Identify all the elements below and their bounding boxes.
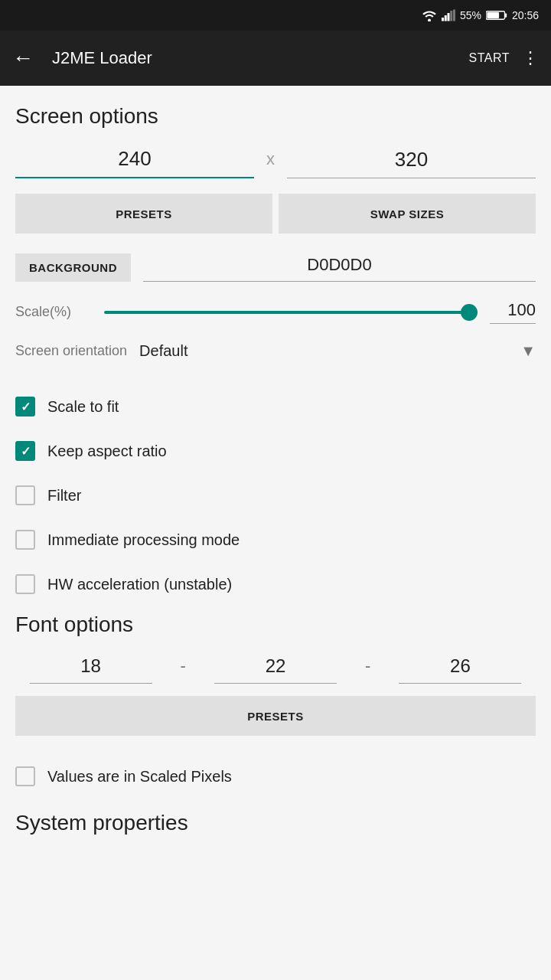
- size-buttons-row: PRESETS SWAP SIZES: [15, 194, 536, 234]
- svg-rect-2: [445, 15, 447, 21]
- scaled-pixels-checkbox[interactable]: [15, 766, 35, 786]
- svg-rect-7: [504, 13, 507, 17]
- font-size-small[interactable]: [30, 652, 152, 684]
- screen-options-title: Screen options: [15, 104, 536, 129]
- font-presets-row: PRESETS: [15, 696, 536, 736]
- status-bar: 55% 20:56: [0, 0, 551, 31]
- signal-icon: [442, 9, 455, 21]
- orientation-label: Screen orientation: [15, 343, 127, 359]
- size-separator: x: [266, 149, 275, 169]
- immediate-processing-checkbox[interactable]: [15, 530, 35, 550]
- font-presets-button[interactable]: PRESETS: [15, 696, 536, 736]
- swap-sizes-button[interactable]: SWAP SIZES: [279, 194, 536, 234]
- width-input-wrap: [15, 144, 254, 178]
- hw-acceleration-checkbox[interactable]: [15, 574, 35, 594]
- svg-point-0: [428, 18, 431, 21]
- scale-to-fit-label: Scale to fit: [47, 398, 119, 416]
- system-properties-section: System properties: [15, 811, 536, 835]
- immediate-processing-label: Immediate processing mode: [47, 531, 240, 549]
- orientation-select[interactable]: Default Portrait Landscape: [139, 342, 536, 360]
- scale-to-fit-item[interactable]: Scale to fit: [15, 384, 536, 429]
- status-icons: 55% 20:56: [422, 9, 539, 21]
- height-input[interactable]: [287, 145, 536, 178]
- back-button[interactable]: ←: [12, 46, 34, 70]
- page-title: J2ME Loader: [52, 48, 469, 68]
- scaled-pixels-item[interactable]: Values are in Scaled Pixels: [15, 754, 536, 799]
- font-dash-2: -: [365, 656, 370, 676]
- font-size-large[interactable]: [399, 652, 521, 684]
- background-row: BACKGROUND: [15, 252, 536, 282]
- width-input[interactable]: [15, 144, 254, 178]
- content-area: Screen options x PRESETS SWAP SIZES BACK…: [0, 86, 551, 863]
- top-bar: ← J2ME Loader START ⋮: [0, 31, 551, 86]
- keep-aspect-ratio-checkbox[interactable]: [15, 441, 35, 461]
- orientation-select-wrap[interactable]: Default Portrait Landscape ▼: [139, 342, 536, 360]
- filter-checkbox[interactable]: [15, 485, 35, 505]
- font-size-medium[interactable]: [214, 652, 337, 684]
- svg-rect-1: [442, 18, 444, 21]
- filter-item[interactable]: Filter: [15, 473, 536, 518]
- more-options-button[interactable]: ⋮: [522, 50, 539, 67]
- scale-to-fit-checkbox[interactable]: [15, 397, 35, 416]
- hw-acceleration-label: HW acceleration (unstable): [47, 576, 232, 593]
- hw-acceleration-item[interactable]: HW acceleration (unstable): [15, 562, 536, 606]
- background-button[interactable]: BACKGROUND: [15, 253, 131, 282]
- filter-label: Filter: [47, 487, 81, 505]
- svg-rect-5: [453, 10, 455, 21]
- immediate-processing-item[interactable]: Immediate processing mode: [15, 518, 536, 562]
- font-options-title: Font options: [15, 612, 536, 637]
- size-row: x: [15, 144, 536, 178]
- font-options-section: Font options - - PRESETS Values are in S…: [15, 612, 536, 799]
- start-button[interactable]: START: [469, 51, 510, 65]
- orientation-row: Screen orientation Default Portrait Land…: [15, 342, 536, 366]
- keep-aspect-ratio-label: Keep aspect ratio: [47, 443, 167, 460]
- presets-button[interactable]: PRESETS: [15, 194, 272, 234]
- time-display: 20:56: [512, 9, 539, 21]
- scale-value: 100: [490, 300, 536, 324]
- wifi-icon: [422, 9, 437, 21]
- system-properties-title: System properties: [15, 811, 536, 835]
- svg-rect-8: [487, 12, 499, 18]
- font-dash-1: -: [181, 656, 186, 676]
- background-color-input[interactable]: [143, 252, 536, 282]
- font-size-row: - -: [15, 652, 536, 684]
- svg-rect-3: [447, 13, 449, 21]
- scale-slider[interactable]: [104, 311, 478, 314]
- battery-percent: 55%: [460, 9, 481, 21]
- scale-label: Scale(%): [15, 304, 92, 320]
- svg-rect-4: [450, 11, 452, 21]
- scale-row: Scale(%) 100: [15, 300, 536, 324]
- battery-icon: [486, 9, 507, 21]
- scaled-pixels-label: Values are in Scaled Pixels: [47, 768, 232, 786]
- checkboxes-container: Scale to fit Keep aspect ratio Filter Im…: [15, 384, 536, 606]
- keep-aspect-ratio-item[interactable]: Keep aspect ratio: [15, 429, 536, 473]
